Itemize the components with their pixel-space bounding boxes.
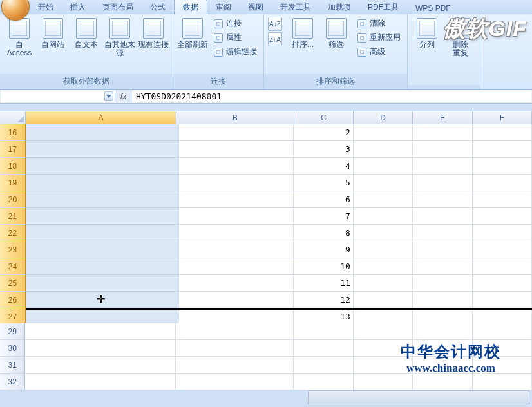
cell-D30[interactable] — [354, 340, 413, 357]
row-header-23[interactable]: 23 — [0, 241, 26, 258]
existing-conn-button[interactable]: 现有连接 — [138, 17, 169, 50]
cell-D23[interactable] — [354, 241, 413, 258]
cell-C25[interactable]: 11 — [294, 275, 353, 292]
cell-A23[interactable] — [26, 241, 176, 258]
cell-F25[interactable] — [473, 275, 532, 292]
cell-B31[interactable] — [176, 357, 294, 374]
column-header-B[interactable]: B — [176, 111, 294, 124]
cell-E22[interactable] — [413, 225, 472, 241]
cell-C22[interactable]: 8 — [294, 225, 353, 241]
cell-B32[interactable] — [176, 374, 294, 390]
cell-B24[interactable] — [176, 258, 294, 275]
tab-开始[interactable]: 开始 — [30, 0, 62, 14]
cell-B17[interactable] — [176, 141, 294, 158]
cell-C30[interactable] — [294, 340, 353, 357]
cell-F31[interactable] — [473, 357, 532, 374]
reapply-button[interactable]: 重新应用 — [354, 31, 403, 44]
row-header-21[interactable]: 21 — [0, 208, 26, 225]
sort-desc-button[interactable]: Z↓A — [268, 32, 282, 46]
tab-视图[interactable]: 视图 — [240, 0, 272, 14]
cell-D32[interactable] — [354, 374, 413, 390]
cell-F21[interactable] — [473, 208, 532, 225]
cell-E24[interactable] — [413, 258, 472, 275]
cell-D16[interactable] — [354, 124, 413, 141]
cell-E26[interactable] — [413, 292, 472, 308]
row-header-29[interactable]: 29 — [0, 323, 25, 340]
cell-C26[interactable]: 12 — [294, 292, 353, 308]
cell-B26[interactable] — [176, 292, 294, 308]
cell-C31[interactable] — [294, 357, 353, 374]
cell-B29[interactable] — [176, 323, 294, 340]
name-box[interactable] — [1, 90, 115, 102]
cell-F20[interactable] — [473, 191, 532, 208]
sort-asc-button[interactable]: A↓Z — [268, 17, 282, 31]
column-header-E[interactable]: E — [413, 111, 472, 124]
row-header-25[interactable]: 25 — [0, 275, 26, 292]
cell-A20[interactable] — [26, 191, 176, 208]
cell-D26[interactable] — [354, 292, 413, 308]
cell-F16[interactable] — [473, 124, 532, 141]
cell-E21[interactable] — [413, 208, 472, 225]
cell-D20[interactable] — [354, 191, 413, 208]
cell-D18[interactable] — [354, 158, 413, 175]
cell-B23[interactable] — [176, 241, 294, 258]
sort-button[interactable]: 排序... — [287, 17, 318, 50]
spreadsheet-grid[interactable]: ABCDEF 16171819202122232425262726R 23456… — [0, 111, 532, 332]
row-header-19[interactable]: 19 — [0, 175, 26, 191]
clear-button[interactable]: 清除 — [354, 17, 403, 30]
row-header-20[interactable]: 20 — [0, 191, 26, 208]
tab-页面布局[interactable]: 页面布局 — [94, 0, 142, 14]
cell-E29[interactable] — [413, 323, 472, 340]
cell-A25[interactable] — [26, 275, 176, 292]
cell-D25[interactable] — [354, 275, 413, 292]
from-text-button[interactable]: 自文本 — [71, 17, 102, 50]
cell-B25[interactable] — [176, 275, 294, 292]
edit-links-button[interactable]: 编辑链接 — [211, 45, 260, 59]
cell-A31[interactable] — [25, 357, 176, 374]
tab-WPS PDF[interactable]: WPS PDF — [407, 2, 459, 14]
cell-D29[interactable] — [354, 323, 413, 340]
cell-E20[interactable] — [413, 191, 472, 208]
name-box-dropdown-icon[interactable] — [104, 91, 113, 101]
cell-E23[interactable] — [413, 241, 472, 258]
cell-F19[interactable] — [473, 175, 532, 191]
advanced-button[interactable]: 高级 — [354, 45, 403, 59]
cell-A26[interactable] — [26, 292, 176, 308]
cell-E30[interactable] — [413, 340, 472, 357]
cell-E19[interactable] — [413, 175, 472, 191]
cell-F24[interactable] — [473, 258, 532, 275]
row-header-22[interactable]: 22 — [0, 225, 26, 241]
from-access-button[interactable]: 自 Access — [4, 17, 35, 59]
cell-C20[interactable]: 6 — [294, 191, 353, 208]
cell-C19[interactable]: 5 — [294, 175, 353, 191]
row-header-26[interactable]: 26 — [0, 292, 26, 308]
cell-F26[interactable] — [473, 292, 532, 308]
cell-D24[interactable] — [354, 258, 413, 275]
column-header-D[interactable]: D — [354, 111, 413, 124]
cell-F22[interactable] — [473, 225, 532, 241]
cell-C16[interactable]: 2 — [294, 124, 353, 141]
cell-A21[interactable] — [26, 208, 176, 225]
cell-F17[interactable] — [473, 141, 532, 158]
cell-C21[interactable]: 7 — [294, 208, 353, 225]
properties-button[interactable]: 属性 — [211, 31, 260, 44]
cell-F18[interactable] — [473, 158, 532, 175]
from-other-button[interactable]: 自其他来源 — [104, 17, 135, 59]
connections-button[interactable]: 连接 — [211, 17, 260, 30]
cell-C17[interactable]: 3 — [294, 141, 353, 158]
row-header-16[interactable]: 16 — [0, 124, 26, 141]
tab-审阅[interactable]: 审阅 — [207, 0, 240, 14]
cell-C29[interactable] — [294, 323, 353, 340]
cell-C32[interactable] — [294, 374, 353, 390]
cell-E17[interactable] — [413, 141, 472, 158]
cell-D22[interactable] — [354, 225, 413, 241]
cell-D21[interactable] — [354, 208, 413, 225]
tab-公式[interactable]: 公式 — [142, 0, 174, 14]
filter-button[interactable]: 筛选 — [321, 17, 352, 50]
row-header-31[interactable]: 31 — [0, 357, 25, 374]
row-header-30[interactable]: 30 — [0, 340, 25, 357]
cell-E25[interactable] — [413, 275, 472, 292]
cell-A24[interactable] — [26, 258, 176, 275]
cell-F30[interactable] — [473, 340, 532, 357]
cell-A17[interactable] — [26, 141, 176, 158]
